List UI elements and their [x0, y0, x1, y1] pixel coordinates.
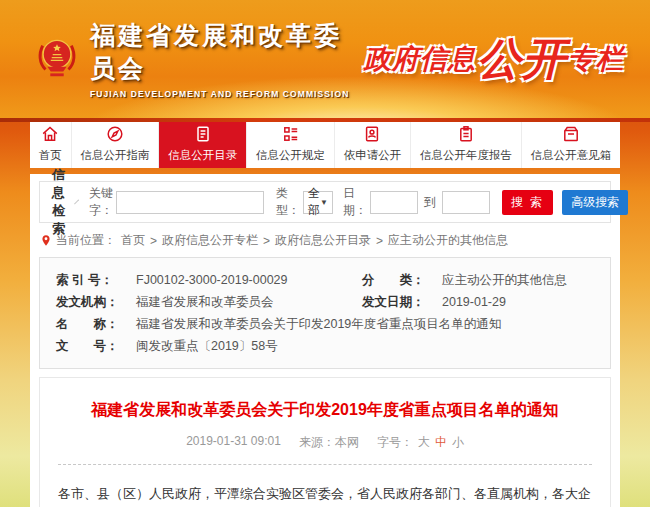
meta-name-value: 福建省发展和改革委员会关于印发2019年度省重点项目名单的通知	[136, 313, 594, 335]
dropdown-arrow-icon: ▼	[320, 198, 328, 207]
site-banner: 福建省发展和改革委员会 FUJIAN DEVELOPMENT AND REFOR…	[0, 0, 650, 118]
nav-item-suggestion-box[interactable]: 信息公开意见箱	[522, 118, 620, 168]
breadcrumb: 当前位置： 首页 > 政府信息公开专栏 > 政府信息公开目录 > 应主动公开的其…	[41, 232, 609, 249]
keyword-input[interactable]	[116, 191, 264, 214]
nav-item-home[interactable]: 首页	[30, 118, 72, 168]
column-title-part2: 公开	[477, 30, 567, 89]
column-title-part3: 专栏	[568, 41, 624, 77]
inbox-icon	[561, 124, 581, 144]
nav-item-guide[interactable]: 信息公开指南	[72, 118, 160, 168]
meta-index-label: 索 引 号：	[56, 269, 136, 291]
breadcrumb-separator: >	[150, 234, 157, 248]
meta-row: 发文机构： 福建省发展和改革委员会 发文日期： 2019-01-29	[56, 291, 594, 313]
date-to-input[interactable]	[442, 191, 490, 214]
nav-item-apply[interactable]: 依申请公开	[335, 118, 411, 168]
home-icon	[40, 124, 60, 144]
date-from-input[interactable]	[370, 191, 418, 214]
meta-row: 索 引 号： FJ00102-3000-2019-00029 分 类： 应主动公…	[56, 269, 594, 291]
site-identity: 福建省发展和改革委员会 FUJIAN DEVELOPMENT AND REFOR…	[34, 19, 364, 99]
meta-date-label: 发文日期：	[362, 291, 442, 313]
meta-category-label: 分 类：	[362, 269, 442, 291]
article-panel: 福建省发展和改革委员会关于印发2019年度省重点项目名单的通知 2019-01-…	[39, 377, 611, 507]
search-button[interactable]: 搜 索	[502, 190, 553, 215]
chevron-right-icon	[74, 200, 79, 205]
column-banner-title: 政府信息 公开 专栏	[364, 30, 624, 89]
file-request-icon	[362, 124, 382, 144]
keyword-label: 关键字：	[89, 185, 113, 219]
document-meta-panel: 索 引 号： FJ00102-3000-2019-00029 分 类： 应主动公…	[39, 257, 611, 369]
national-emblem-icon	[34, 33, 80, 85]
search-section-title: 信息检索	[52, 166, 66, 238]
nav-item-catalog[interactable]: 信息公开目录	[159, 118, 247, 168]
meta-name-label: 名 称：	[56, 313, 136, 335]
nav-item-rules[interactable]: 信息公开规定	[247, 118, 335, 168]
layout-list-icon	[281, 124, 301, 144]
breadcrumb-catalog[interactable]: 政府信息公开目录	[275, 232, 371, 249]
breadcrumb-home[interactable]: 首页	[121, 232, 145, 249]
main-nav: 首页 信息公开指南 信息公开目录	[30, 118, 620, 168]
type-select[interactable]: 全部 ▼	[303, 191, 333, 214]
nav-item-label: 信息公开目录	[168, 148, 237, 163]
meta-row: 名 称： 福建省发展和改革委员会关于印发2019年度省重点项目名单的通知	[56, 313, 594, 335]
meta-doc-no-label: 文 号：	[56, 335, 136, 357]
article-paragraph: 各市、县（区）人民政府，平潭综合实验区管委会，省人民政府各部门、各直属机构，各大…	[58, 481, 592, 507]
location-pin-icon	[41, 234, 51, 247]
nav-item-label: 信息公开年度报告	[420, 148, 512, 163]
search-panel: 信息检索 关键字： 类型： 全部 ▼ 日期： 到 搜 索 高级搜索	[39, 181, 611, 223]
page: 福建省发展和改革委员会 FUJIAN DEVELOPMENT AND REFOR…	[0, 0, 650, 507]
type-label: 类型：	[276, 185, 300, 219]
document-list-icon	[193, 124, 213, 144]
breadcrumb-prefix: 当前位置：	[56, 232, 116, 249]
article-title: 福建省发展和改革委员会关于印发2019年度省重点项目名单的通知	[66, 398, 584, 422]
advanced-search-button[interactable]: 高级搜索	[562, 190, 628, 215]
meta-agency-label: 发文机构：	[56, 291, 136, 313]
meta-doc-no-value: 闽发改重点〔2019〕58号	[136, 335, 594, 357]
nav-item-label: 首页	[39, 148, 62, 163]
font-size-control: 字号： 大 中 小	[377, 434, 464, 451]
font-size-large[interactable]: 大	[418, 434, 430, 451]
font-size-small[interactable]: 小	[452, 434, 464, 451]
site-subtitle: FUJIAN DEVELOPMENT AND REFORM COMMISSION	[90, 89, 364, 99]
date-to-label: 到	[424, 194, 436, 211]
clipboard-report-icon	[456, 124, 476, 144]
breadcrumb-separator: >	[376, 234, 383, 248]
nav-item-label: 依申请公开	[344, 148, 402, 163]
divider	[58, 464, 592, 465]
meta-agency-value: 福建省发展和改革委员会	[136, 291, 362, 313]
meta-date-value: 2019-01-29	[442, 291, 594, 313]
breadcrumb-info-column[interactable]: 政府信息公开专栏	[162, 232, 258, 249]
article-source: 来源：本网	[299, 434, 359, 451]
publish-time: 2019-01-31 09:01	[186, 434, 281, 451]
meta-index-value: FJ00102-3000-2019-00029	[136, 269, 362, 291]
breadcrumb-separator: >	[263, 234, 270, 248]
meta-row: 文 号： 闽发改重点〔2019〕58号	[56, 335, 594, 357]
content-column: 信息检索 关键字： 类型： 全部 ▼ 日期： 到 搜 索 高级搜索 当前位置： …	[30, 174, 620, 507]
site-title: 福建省发展和改革委员会	[90, 19, 364, 85]
type-select-value: 全部	[308, 185, 320, 219]
article-meta: 2019-01-31 09:01 来源：本网 字号： 大 中 小	[58, 434, 592, 451]
nav-item-label: 信息公开规定	[256, 148, 325, 163]
compass-icon	[105, 124, 125, 144]
nav-item-label: 信息公开意见箱	[531, 148, 612, 163]
font-size-medium[interactable]: 中	[435, 434, 447, 451]
font-size-label: 字号：	[377, 434, 413, 451]
nav-item-label: 信息公开指南	[81, 148, 150, 163]
meta-category-value: 应主动公开的其他信息	[442, 269, 594, 291]
org-names: 福建省发展和改革委员会 FUJIAN DEVELOPMENT AND REFOR…	[90, 19, 364, 99]
date-label: 日期：	[343, 185, 367, 219]
breadcrumb-current: 应主动公开的其他信息	[388, 232, 508, 249]
column-title-part1: 政府信息	[364, 41, 476, 77]
nav-item-annual-report[interactable]: 信息公开年度报告	[411, 118, 522, 168]
